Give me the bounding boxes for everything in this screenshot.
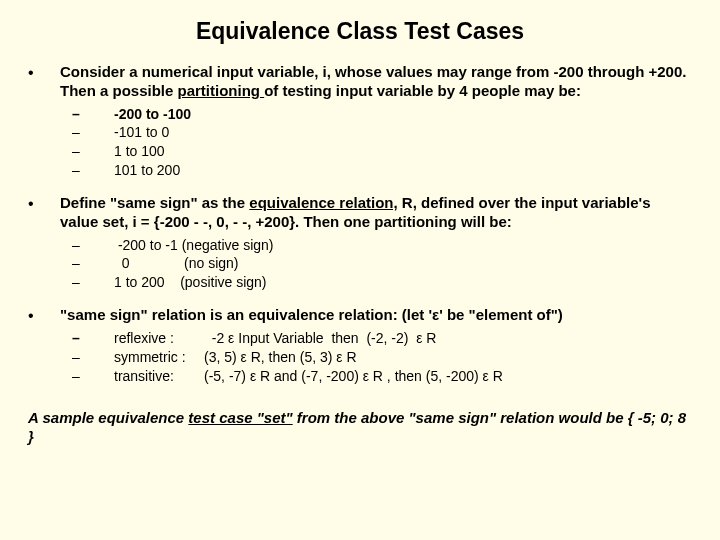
dash: – [60,161,114,180]
bullet-1-lead: Consider a numerical input variable, i, … [60,63,686,99]
bullet-1: • Consider a numerical input variable, i… [28,63,692,180]
b3-t-text: (-5, -7) ε R and (-7, -200) ε R , then (… [204,368,503,384]
b1-lead-b: of testing input variable by 4 people ma… [264,82,581,99]
bullet-marker: • [28,194,60,292]
b3-r-label: reflexive : [114,329,204,348]
b3-r: reflexive : -2 ε Input Variable then (-2… [114,329,692,348]
b1-s2: -101 to 0 [114,123,692,142]
b1-sub3: – 1 to 100 [60,142,692,161]
b3-s: symmetric :(3, 5) ε R, then (5, 3) ε R [114,348,692,367]
b3-t: transitive:(-5, -7) ε R and (-7, -200) ε… [114,367,692,386]
b1-underlined: partitioning [178,82,265,99]
b1-s3: 1 to 100 [114,142,692,161]
footer-note: A sample equivalence test case "set" fro… [28,408,692,447]
dash: – [60,105,114,124]
bullet-marker: • [28,63,60,180]
bullet-3: • "same sign" relation is an equivalence… [28,306,692,385]
b2-s1: -200 to -1 (negative sign) [114,236,692,255]
b2-s2: 0 (no sign) [114,254,692,273]
b2-sub2: – 0 (no sign) [60,254,692,273]
dash: – [60,142,114,161]
b3-sub-symmetric: –symmetric :(3, 5) ε R, then (5, 3) ε R [60,348,692,367]
b1-sub4: – 101 to 200 [60,161,692,180]
bullet-2: • Define "same sign" as the equivalence … [28,194,692,292]
b2-sub3: –1 to 200 (positive sign) [60,273,692,292]
b2-s3: 1 to 200 (positive sign) [114,273,692,292]
bullet-2-lead: Define "same sign" as the equivalence re… [60,194,650,230]
dash: – [60,348,114,367]
b1-sublist: –-200 to -100 – -101 to 0 – 1 to 100 – 1… [60,105,692,181]
slide-title: Equivalence Class Test Cases [28,18,692,45]
b3-s-text: (3, 5) ε R, then (5, 3) ε R [204,349,357,365]
dash: – [60,236,114,255]
bullet-1-content: Consider a numerical input variable, i, … [60,63,692,180]
b3-sub-reflexive: –reflexive : -2 ε Input Variable then (-… [60,329,692,348]
b1-s1: -200 to -100 [114,105,692,124]
b1-sub1: –-200 to -100 [60,105,692,124]
dash: – [60,367,114,386]
b1-s4: 101 to 200 [114,161,692,180]
footer-underlined: test case "set" [188,409,292,426]
b3-s-label: symmetric : [114,348,204,367]
b3-sublist: –reflexive : -2 ε Input Variable then (-… [60,329,692,386]
b2-sub1: – -200 to -1 (negative sign) [60,236,692,255]
b3-sub-transitive: –transitive:(-5, -7) ε R and (-7, -200) … [60,367,692,386]
footer-p1: A sample equivalence [28,409,188,426]
b1-sub2: – -101 to 0 [60,123,692,142]
dash: – [60,273,114,292]
dash: – [60,254,114,273]
b2-u1: equivalence relation, [249,194,397,211]
b2-sublist: – -200 to -1 (negative sign) – 0 (no sig… [60,236,692,293]
dash: – [60,123,114,142]
dash: – [60,329,114,348]
b3-r-text: -2 ε Input Variable then (-2, -2) ε R [204,330,436,346]
bullet-2-content: Define "same sign" as the equivalence re… [60,194,692,292]
b2-p1: Define "same sign" as the [60,194,249,211]
bullet-3-content: "same sign" relation is an equivalence r… [60,306,692,385]
bullet-marker: • [28,306,60,385]
b3-t-label: transitive: [114,367,204,386]
bullet-3-lead: "same sign" relation is an equivalence r… [60,306,563,323]
slide-container: Equivalence Class Test Cases • Consider … [0,0,720,457]
